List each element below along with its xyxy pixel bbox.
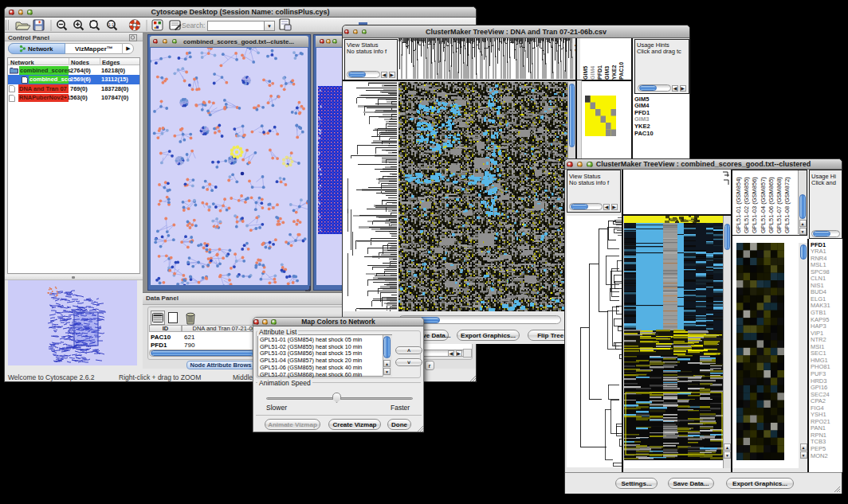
svg-text:1:1: 1:1 [108, 22, 114, 27]
